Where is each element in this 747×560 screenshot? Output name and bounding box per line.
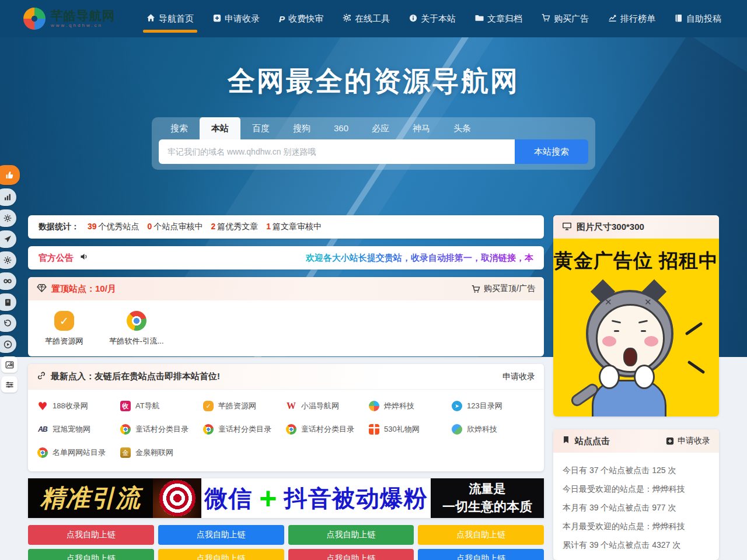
- gift-icon: [369, 424, 379, 435]
- stat-articles-pending: 1篇文章审核中: [266, 222, 322, 232]
- nav-item-paid-review[interactable]: P 收费快审: [279, 0, 323, 37]
- plus-square-icon: [213, 14, 221, 24]
- play-circle-icon: [4, 340, 12, 349]
- logo-domain: www.qhdhw.cn: [51, 23, 115, 28]
- pinned-body: ✓ 芊皓资源网 芊皓软件-引流...: [28, 300, 544, 356]
- site-link[interactable]: 童话村分类目录: [203, 418, 286, 441]
- telegram-icon: ➤: [452, 401, 462, 411]
- self-link-button[interactable]: 点我自助上链: [28, 525, 154, 545]
- banner-ad-wechat-douyin[interactable]: 微信 + 抖音被动爆粉: [201, 478, 431, 518]
- self-link-button[interactable]: 点我自助上链: [418, 549, 544, 560]
- line-chart-icon: [608, 13, 617, 24]
- site-link[interactable]: 童话村分类目录: [286, 418, 369, 441]
- settings-button[interactable]: [0, 209, 16, 227]
- site-link[interactable]: 收AT导航: [120, 394, 203, 418]
- clicks-title: 站点点击: [575, 436, 610, 447]
- tab-360[interactable]: 360: [322, 117, 360, 139]
- apply-inclusion-link[interactable]: 申请收录: [502, 372, 535, 382]
- plus-square-icon: [666, 437, 674, 445]
- ad-panel: 图片尺寸300*300 黄金广告位 招租中 ✕ ✕: [553, 215, 719, 416]
- site-link[interactable]: ➤123目录网: [452, 394, 535, 418]
- latest-links-grid: ♥188收录网 收AT导航 ✓芊皓资源网 W小温导航网 烨烨科技 ➤123目录网…: [28, 390, 544, 471]
- site-link[interactable]: 童话村分类目录: [120, 418, 203, 441]
- pinned-site-qianhao-ziyuan[interactable]: ✓ 芊皓资源网: [28, 311, 100, 356]
- left-column: 数据统计： 39个优秀站点 0个站点审核中 2篇优秀文章 1篇文章审核中 官方公…: [28, 215, 544, 560]
- click-stat-line: 本月有 39 个站点被点击 977 次: [563, 498, 710, 517]
- click-stat-line: 本月最受欢迎的站点是：烨烨科技: [563, 517, 710, 536]
- dartboard-icon: [159, 480, 196, 516]
- shou-badge-icon: 收: [120, 401, 131, 411]
- site-link[interactable]: ♥188收录网: [37, 394, 120, 418]
- image-search-button[interactable]: [1, 356, 18, 373]
- tab-sogou[interactable]: 搜狗: [281, 117, 322, 139]
- chrome-icon: [286, 424, 296, 435]
- search-button[interactable]: 本站搜索: [515, 139, 588, 164]
- tab-bing[interactable]: 必应: [360, 117, 401, 139]
- gem-icon: [37, 283, 47, 295]
- tab-this-site[interactable]: 本站: [200, 117, 240, 139]
- golden-ad-image[interactable]: 黄金广告位 招租中 ✕ ✕: [553, 239, 719, 416]
- nav-item-apply[interactable]: 申请收录: [213, 0, 260, 37]
- stats-label: 数据统计：: [39, 222, 79, 232]
- self-link-button[interactable]: 点我自助上链: [288, 525, 414, 545]
- banner-ad-jingzhun[interactable]: 精准引流: [28, 478, 153, 518]
- self-link-button[interactable]: 点我自助上链: [288, 549, 414, 560]
- self-link-buttons: 点我自助上链 点我自助上链 点我自助上链 点我自助上链 点我自助上链 点我自助上…: [28, 525, 544, 560]
- tab-shenma[interactable]: 神马: [401, 117, 442, 139]
- play-button[interactable]: [0, 335, 16, 353]
- cart-icon: [472, 285, 480, 293]
- self-link-button[interactable]: 点我自助上链: [28, 549, 154, 560]
- announcement-label: 官方公告: [39, 253, 74, 264]
- stat-sites-pending: 0个站点审核中: [148, 222, 203, 232]
- nav-item-home[interactable]: 导航首页: [146, 0, 194, 37]
- filters-button[interactable]: [1, 376, 18, 393]
- sliders-icon: [5, 380, 14, 389]
- navigate-button[interactable]: [0, 230, 16, 248]
- hand: [634, 365, 655, 389]
- tab-label-search: 搜索: [159, 117, 200, 139]
- site-logo[interactable]: 芊皓导航网 www.qhdhw.cn: [23, 8, 115, 30]
- chrome-icon: [37, 447, 48, 458]
- pinned-sites-card: 置顶站点：10/月 购买置顶/广告 ✓ 芊皓资源网 芊皓软件-引流...: [28, 277, 544, 356]
- thumbs-up-icon: [5, 170, 14, 180]
- banner-ad-target[interactable]: [153, 478, 201, 518]
- site-link[interactable]: AB冠旭宠物网: [37, 418, 120, 441]
- paypal-icon: P: [279, 14, 285, 24]
- nav-item-about[interactable]: 关于本站: [409, 0, 456, 37]
- ad-headline: 黄金广告位 招租中: [553, 248, 719, 274]
- main-nav: 导航首页 申请收录 P 收费快审 在线工具 关于本站 文章归档 购买广告 排行榜: [146, 0, 721, 37]
- self-link-button[interactable]: 点我自助上链: [158, 549, 284, 560]
- nav-item-tools[interactable]: 在线工具: [343, 0, 390, 37]
- nav-item-buy-ads[interactable]: 购买广告: [542, 0, 589, 37]
- apply-inclusion-link[interactable]: 申请收录: [666, 436, 710, 446]
- tab-baidu[interactable]: 百度: [240, 117, 281, 139]
- site-link[interactable]: 金金泉翱联网: [120, 441, 203, 464]
- site-link[interactable]: W小温导航网: [286, 394, 369, 418]
- search-input[interactable]: [159, 139, 515, 164]
- site-link[interactable]: ✓芊皓资源网: [203, 394, 286, 418]
- nav-item-rankings[interactable]: 排行榜单: [608, 0, 655, 37]
- like-button[interactable]: [0, 165, 20, 185]
- site-link[interactable]: 烨烨科技: [369, 394, 452, 418]
- banner-ad-liuliang[interactable]: 流量是 一切生意的本质: [431, 478, 544, 518]
- infinity-button[interactable]: [0, 272, 16, 290]
- journal-button[interactable]: [0, 293, 16, 311]
- nav-item-archive[interactable]: 文章归档: [475, 0, 522, 37]
- red-w-icon: W: [286, 401, 296, 411]
- site-link[interactable]: 欣烨科技: [452, 418, 535, 441]
- main-content: 数据统计： 39个优秀站点 0个站点审核中 2篇优秀文章 1篇文章审核中 官方公…: [28, 215, 719, 560]
- tools-button[interactable]: [0, 251, 16, 269]
- site-link[interactable]: 530礼物网: [369, 418, 452, 441]
- bookmark-icon: [562, 436, 570, 446]
- tab-toutiao[interactable]: 头条: [442, 117, 483, 139]
- site-link[interactable]: 名单网网站目录: [37, 441, 120, 464]
- undo-button[interactable]: [0, 314, 16, 332]
- buy-pinned-ad-link[interactable]: 购买置顶/广告: [472, 284, 535, 294]
- pinned-title: 置顶站点：10/月: [51, 284, 116, 295]
- self-link-button[interactable]: 点我自助上链: [418, 525, 544, 545]
- pinned-site-qianhao-ruanjian[interactable]: 芊皓软件-引流...: [100, 311, 173, 356]
- stats-button[interactable]: [0, 188, 16, 206]
- search-engine-tabs: 搜索 本站 百度 搜狗 360 必应 神马 头条: [152, 117, 595, 139]
- self-link-button[interactable]: 点我自助上链: [158, 525, 284, 545]
- nav-item-submit[interactable]: 自助投稿: [675, 0, 721, 37]
